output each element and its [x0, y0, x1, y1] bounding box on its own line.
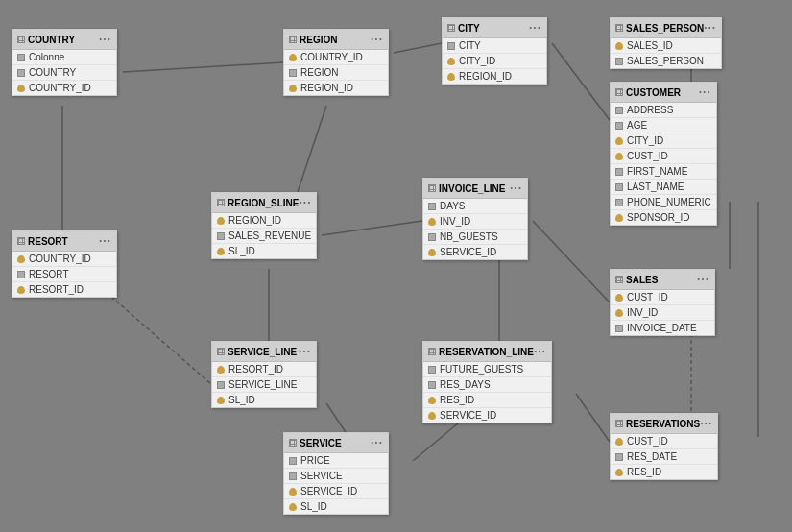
table-icon: [428, 348, 436, 355]
table-row: CITY_ID: [443, 54, 546, 69]
table-menu-dots[interactable]: ···: [299, 196, 311, 209]
table-menu-dots[interactable]: ···: [99, 33, 111, 46]
svg-line-7: [322, 221, 422, 235]
table-row: REGION: [284, 65, 388, 81]
table-row: Colonne: [12, 50, 116, 65]
table-row: FIRST_NAME: [611, 164, 716, 180]
table-icon: [289, 439, 297, 447]
table-sales-label: SALES: [626, 275, 658, 285]
table-sales-person-label: SALES_PERSON: [626, 23, 704, 34]
table-service-line: SERVICE_LINE ··· RESORT_ID SERVICE_LINE …: [211, 341, 317, 408]
col-icon: [615, 199, 623, 206]
key-icon: [615, 469, 623, 476]
key-icon: [17, 255, 25, 263]
table-row: SL_ID: [284, 499, 388, 514]
table-row: INV_ID: [423, 214, 527, 230]
table-row: CITY_ID: [611, 133, 716, 149]
table-city: CITY ··· CITY CITY_ID REGION_ID: [442, 17, 547, 85]
table-row: RES_DATE: [611, 449, 717, 465]
key-icon: [17, 286, 25, 294]
table-service: SERVICE ··· PRICE SERVICE SERVICE_ID SL_…: [283, 432, 389, 515]
col-icon: [615, 325, 623, 332]
table-region: REGION ··· COUNTRY_ID REGION REGION_ID: [283, 29, 389, 96]
svg-line-10: [533, 221, 610, 302]
table-row: SPONSOR_ID: [611, 210, 716, 225]
table-reservation-line-header: RESERVATION_LINE ···: [423, 342, 551, 362]
table-icon: [615, 420, 623, 427]
col-icon: [447, 42, 455, 50]
table-sales-person: SALES_PERSON ··· SALES_ID SALES_PERSON: [610, 17, 722, 69]
table-reservation-line-label: RESERVATION_LINE: [439, 347, 534, 357]
table-menu-dots[interactable]: ···: [510, 181, 522, 195]
table-region-label: REGION: [300, 35, 337, 45]
table-row: INVOICE_DATE: [611, 321, 714, 335]
table-reservations-header: RESERVATIONS ···: [611, 414, 717, 434]
table-row: SERVICE_LINE: [212, 377, 316, 393]
svg-line-3: [298, 106, 326, 192]
col-icon: [289, 69, 297, 77]
table-country: COUNTRY ··· Colonne COUNTRY COUNTRY_ID: [12, 29, 117, 96]
table-menu-dots[interactable]: ···: [704, 21, 716, 35]
table-sales-person-header: SALES_PERSON ···: [611, 18, 721, 38]
table-reservations-label: RESERVATIONS: [626, 419, 700, 429]
table-row: NB_GUESTS: [423, 230, 527, 245]
key-icon: [615, 438, 623, 446]
table-row: COUNTRY_ID: [12, 252, 116, 267]
key-icon: [217, 397, 225, 404]
key-icon: [217, 366, 225, 374]
col-icon: [615, 183, 623, 191]
svg-line-8: [96, 283, 211, 384]
table-menu-dots[interactable]: ···: [371, 33, 383, 46]
svg-line-4: [552, 43, 610, 120]
table-row: SALES_PERSON: [611, 54, 721, 68]
table-row: SERVICE_ID: [423, 245, 527, 259]
table-row: DAYS: [423, 199, 527, 214]
key-icon: [615, 294, 623, 302]
table-menu-dots[interactable]: ···: [697, 273, 709, 286]
col-icon: [615, 122, 623, 130]
table-row: PRICE: [284, 453, 388, 469]
table-menu-dots[interactable]: ···: [700, 417, 712, 430]
table-icon: [217, 199, 225, 206]
key-icon: [17, 85, 25, 92]
table-region-header: REGION ···: [284, 30, 388, 50]
key-icon: [289, 85, 297, 92]
key-icon: [289, 503, 297, 511]
table-icon: [428, 184, 436, 192]
table-row: RES_ID: [423, 393, 551, 408]
key-icon: [428, 249, 436, 256]
col-icon: [17, 271, 25, 278]
table-menu-dots[interactable]: ···: [299, 345, 311, 358]
table-service-label: SERVICE: [300, 438, 342, 448]
table-row: COUNTRY: [12, 65, 116, 81]
table-customer-label: CUSTOMER: [626, 87, 681, 98]
table-row: RES_ID: [611, 465, 717, 479]
table-resort-header: RESORT ···: [12, 231, 116, 252]
table-menu-dots[interactable]: ···: [99, 234, 111, 248]
table-invoice-line-label: INVOICE_LINE: [439, 183, 505, 194]
table-row: CUST_ID: [611, 149, 716, 164]
table-row: SALES_REVENUE: [212, 229, 316, 244]
table-row: COUNTRY_ID: [284, 50, 388, 65]
table-row: CUST_ID: [611, 434, 717, 449]
key-icon: [217, 248, 225, 255]
table-menu-dots[interactable]: ···: [371, 436, 383, 449]
col-icon: [615, 58, 623, 65]
key-icon: [615, 137, 623, 145]
table-menu-dots[interactable]: ···: [529, 21, 541, 35]
table-row: RESORT_ID: [12, 282, 116, 297]
key-icon: [615, 309, 623, 317]
key-icon: [447, 58, 455, 65]
table-service-line-header: SERVICE_LINE ···: [212, 342, 316, 362]
col-icon: [289, 472, 297, 480]
table-icon: [217, 348, 225, 355]
table-row: SERVICE: [284, 469, 388, 484]
table-menu-dots[interactable]: ···: [534, 345, 546, 358]
table-resort: RESORT ··· COUNTRY_ID RESORT RESORT_ID: [12, 230, 117, 298]
svg-line-0: [123, 62, 283, 72]
table-menu-dots[interactable]: ···: [699, 85, 711, 99]
table-row: INV_ID: [611, 305, 714, 321]
col-icon: [17, 69, 25, 77]
table-row: SL_ID: [212, 393, 316, 407]
svg-line-2: [394, 43, 442, 53]
